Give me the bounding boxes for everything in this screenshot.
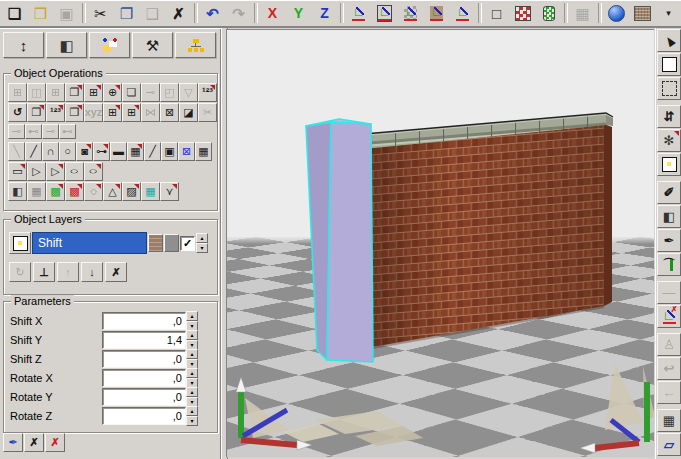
- op-line[interactable]: ╲: [8, 142, 25, 161]
- layer-sync-button[interactable]: ↻: [9, 262, 31, 282]
- parameter-input[interactable]: [102, 312, 186, 330]
- rect-tool[interactable]: [657, 53, 681, 76]
- op-segment-a[interactable]: ⊸: [8, 124, 25, 139]
- op-square-dot[interactable]: ▣: [161, 142, 178, 161]
- spin-up-icon[interactable]: ▴: [186, 368, 198, 378]
- 3d-viewport[interactable]: [226, 29, 654, 457]
- layer-color-swatch[interactable]: [164, 234, 179, 252]
- op-grid-e[interactable]: ▦: [195, 142, 212, 161]
- copy-button[interactable]: ❐: [114, 2, 139, 24]
- layer-selected-item[interactable]: Shift: [32, 232, 147, 254]
- marquee-tool[interactable]: [657, 77, 681, 100]
- image-grid-tool[interactable]: ▦: [657, 409, 681, 432]
- op-grid-c[interactable]: ⊞: [103, 103, 122, 122]
- op-segment-c[interactable]: ⊸: [42, 124, 59, 139]
- op-funnel[interactable]: ▽: [179, 83, 198, 102]
- spin-down-icon[interactable]: ▾: [196, 243, 208, 253]
- texture-dropdown-button[interactable]: ▾: [656, 2, 681, 24]
- op-arc[interactable]: ∩: [42, 142, 59, 161]
- tab-paint[interactable]: ◧: [46, 32, 87, 58]
- spin-down-icon[interactable]: ▾: [186, 416, 198, 426]
- op-square-2[interactable]: ❐: [65, 103, 84, 122]
- parameter-spinner[interactable]: ▴ ▾: [186, 368, 198, 388]
- spin-up-icon[interactable]: ▴: [186, 349, 198, 359]
- figure-tool[interactable]: ♙: [657, 333, 681, 356]
- parameter-spinner[interactable]: ▴ ▾: [186, 387, 198, 407]
- parameter-input[interactable]: [102, 350, 186, 368]
- parameter-spinner[interactable]: ▴ ▾: [186, 330, 198, 350]
- op-grid-cyan[interactable]: ▦: [141, 182, 160, 201]
- new-button[interactable]: ❏: [2, 2, 27, 24]
- op-circle-grid[interactable]: ⊕: [103, 83, 122, 102]
- op-triangle[interactable]: ▷: [27, 162, 46, 181]
- tab-hierarchy[interactable]: [175, 32, 216, 58]
- op-grid-a[interactable]: ⊞: [8, 83, 27, 102]
- parameter-input[interactable]: [102, 369, 186, 387]
- layer-down-button[interactable]: ↓: [81, 262, 103, 282]
- tab-tools[interactable]: ⚒: [132, 32, 173, 58]
- x-axis-button[interactable]: X: [260, 2, 285, 24]
- op-segment-b[interactable]: ⊷: [25, 124, 42, 139]
- select-tool[interactable]: ▲: [657, 29, 681, 52]
- op-texture-green[interactable]: ▩: [46, 182, 65, 201]
- layer-delete-button[interactable]: ✗: [105, 262, 127, 282]
- rotate-tool[interactable]: ⇵: [657, 105, 681, 128]
- op-cross[interactable]: ⋈: [141, 103, 160, 122]
- op-diagonal[interactable]: ╱: [144, 142, 161, 161]
- tab-objects[interactable]: [89, 32, 130, 58]
- op-triangle-2[interactable]: ▷: [46, 162, 65, 181]
- op-grid-red[interactable]: ⊞: [84, 83, 103, 102]
- brick-wall[interactable]: [364, 113, 613, 349]
- op-grid-f[interactable]: ▦: [27, 182, 46, 201]
- op-grid-d[interactable]: ⊞: [122, 103, 141, 122]
- parameter-input[interactable]: [102, 331, 186, 349]
- view-axes-button[interactable]: ∟: [346, 2, 371, 24]
- tab-shift[interactable]: ↕: [3, 32, 44, 58]
- render-button[interactable]: [604, 2, 629, 24]
- op-ellipse-2[interactable]: ○: [84, 162, 103, 181]
- op-blue-x[interactable]: ⊠: [178, 142, 195, 161]
- polygon-tool[interactable]: ▱: [657, 433, 681, 456]
- bend-tool[interactable]: ⌒: [657, 253, 681, 276]
- op-pair[interactable]: ◫: [27, 83, 46, 102]
- open-button[interactable]: ❒: [28, 2, 53, 24]
- spin-up-icon[interactable]: ▴: [186, 311, 198, 321]
- op-numbers[interactable]: ¹²³: [198, 83, 217, 102]
- view-textured-button[interactable]: ∟: [424, 2, 449, 24]
- op-line-2[interactable]: ╱: [25, 142, 42, 161]
- z-axis-button[interactable]: Z: [312, 2, 337, 24]
- layer-spinner[interactable]: ▴ ▾: [196, 233, 208, 253]
- brush-tool[interactable]: ✐: [657, 181, 681, 204]
- texture-preview-button[interactable]: [630, 2, 655, 24]
- op-square-red[interactable]: ❐: [27, 103, 46, 122]
- op-connect[interactable]: ⊸: [141, 83, 160, 102]
- op-rect-dot[interactable]: ◙: [76, 142, 93, 161]
- region-tool[interactable]: [657, 153, 681, 176]
- textured-cylinder-button[interactable]: [536, 2, 561, 24]
- view-axes-small-button[interactable]: ∟: [450, 2, 475, 24]
- op-triangle-outline[interactable]: △: [103, 182, 122, 201]
- op-circle[interactable]: ○: [59, 142, 76, 161]
- op-xyz[interactable]: xyz: [84, 103, 103, 122]
- wireframe-cube-button[interactable]: □: [484, 2, 509, 24]
- op-duplicate[interactable]: ◰: [160, 83, 179, 102]
- op-texture-red[interactable]: ▩: [65, 182, 84, 201]
- paste-button[interactable]: ❑: [140, 2, 165, 24]
- undo-button[interactable]: ↶: [200, 2, 225, 24]
- op-pattern[interactable]: ▨: [122, 182, 141, 201]
- apply-button[interactable]: ✒: [3, 433, 23, 452]
- parameter-input[interactable]: [102, 388, 186, 406]
- hook-tool[interactable]: ↩: [657, 357, 681, 380]
- op-paint[interactable]: ◧: [8, 182, 27, 201]
- op-tree[interactable]: ⋎: [160, 182, 179, 201]
- cancel-button[interactable]: ✗: [24, 433, 44, 452]
- parameter-spinner[interactable]: ▴ ▾: [186, 406, 198, 426]
- op-ellipse[interactable]: ○: [65, 162, 84, 181]
- op-segment-d[interactable]: ⊷: [59, 124, 76, 139]
- spin-up-icon[interactable]: ▴: [186, 330, 198, 340]
- layer-texture-swatch[interactable]: [148, 234, 163, 252]
- wand-tool[interactable]: ✻: [657, 129, 681, 152]
- op-overlap[interactable]: ❏: [122, 83, 141, 102]
- op-diag-square[interactable]: ◪: [179, 103, 198, 122]
- y-axis-button[interactable]: Y: [286, 2, 311, 24]
